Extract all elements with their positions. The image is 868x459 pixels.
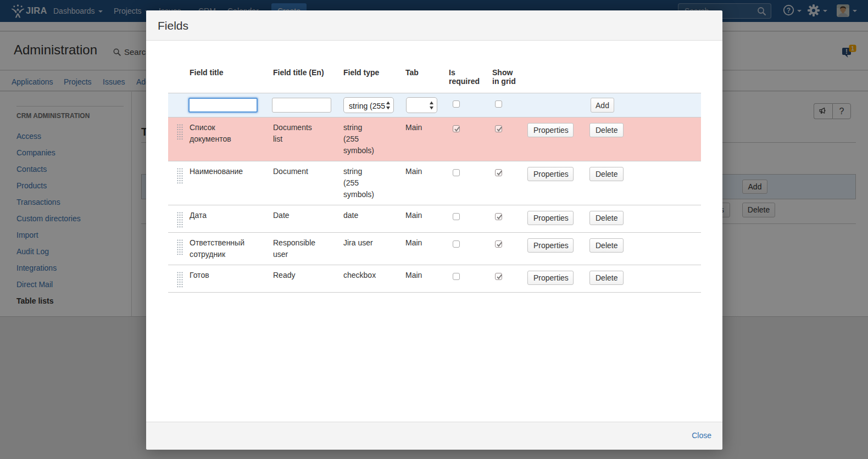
field-title-en-cell: Date: [273, 210, 322, 221]
field-title-cell: Список документов: [190, 122, 251, 145]
show-in-grid-checkbox[interactable]: [495, 125, 502, 132]
properties-button[interactable]: Properties: [527, 238, 574, 253]
dialog-header: Fields: [146, 10, 722, 41]
properties-button[interactable]: Properties: [527, 211, 574, 225]
close-link[interactable]: Close: [692, 431, 711, 440]
col-delete: [580, 68, 701, 93]
field-type-cell: string (255 symbols): [343, 122, 376, 156]
delete-button[interactable]: Delete: [589, 238, 624, 253]
select-arrows-icon: [429, 101, 434, 110]
properties-button[interactable]: Properties: [527, 167, 574, 181]
new-field-title-en-input[interactable]: [272, 98, 331, 113]
check-icon: [496, 169, 503, 177]
field-row: Список документов Documents list string …: [168, 117, 701, 161]
delete-button[interactable]: Delete: [589, 167, 624, 181]
dialog-footer: Close: [146, 422, 722, 450]
field-type-cell: date: [343, 210, 376, 221]
required-checkbox[interactable]: [453, 240, 460, 248]
col-properties: [523, 68, 580, 93]
drag-handle-icon[interactable]: [177, 124, 183, 140]
field-title-cell: Дата: [190, 210, 251, 221]
fields-table-head: Field title Field title (En) Field type …: [168, 68, 701, 93]
dialog-body: Field title Field title (En) Field type …: [146, 41, 722, 422]
show-in-grid-checkbox[interactable]: [495, 273, 502, 280]
new-field-tab-select[interactable]: [406, 97, 437, 113]
required-checkbox[interactable]: [453, 125, 460, 132]
field-type-cell: string (255 symbols): [343, 166, 376, 200]
type-select-value: string (255: [349, 100, 385, 112]
show-in-grid-checkbox[interactable]: [495, 213, 502, 220]
field-tab-cell: Main: [405, 166, 444, 177]
dialog-title: Fields: [158, 19, 188, 32]
delete-button[interactable]: Delete: [589, 211, 624, 225]
col-field-title-en: Field title (En): [269, 68, 339, 93]
check-icon: [496, 213, 503, 221]
add-field-button[interactable]: Add: [591, 98, 614, 113]
drag-handle-icon[interactable]: [177, 212, 183, 228]
field-row: Наименование Document string (255 symbol…: [168, 161, 701, 205]
field-title-cell: Готов: [190, 270, 251, 281]
check-icon: [496, 125, 503, 133]
fields-table: Field title Field title (En) Field type …: [168, 68, 701, 293]
col-show-in-grid: Show in grid: [488, 68, 523, 93]
field-tab-cell: Main: [405, 237, 444, 249]
check-icon: [496, 240, 503, 248]
field-title-en-cell: Documents list: [273, 122, 322, 145]
drag-handle-icon[interactable]: [177, 239, 183, 255]
delete-button[interactable]: Delete: [589, 123, 624, 137]
fields-table-body: string (255 Add Список документов Docume…: [168, 93, 701, 293]
new-field-grid-checkbox[interactable]: [495, 100, 502, 108]
stage: JIRA Create Search ?: [0, 0, 868, 459]
required-checkbox[interactable]: [453, 213, 460, 220]
properties-button[interactable]: Properties: [527, 271, 574, 285]
show-in-grid-checkbox[interactable]: [495, 169, 502, 176]
check-icon: [453, 125, 461, 133]
field-tab-cell: Main: [405, 122, 444, 133]
new-field-row: string (255 Add: [168, 93, 701, 117]
check-icon: [496, 273, 503, 281]
field-title-en-cell: Responsible user: [273, 237, 322, 260]
col-is-required: Is required: [444, 68, 488, 93]
field-tab-cell: Main: [405, 270, 444, 281]
new-field-type-select[interactable]: string (255: [343, 97, 394, 113]
properties-button[interactable]: Properties: [527, 123, 574, 137]
drag-handle-icon[interactable]: [177, 272, 183, 288]
col-field-title: Field title: [185, 68, 269, 93]
new-field-title-input[interactable]: [188, 98, 258, 113]
col-field-type: Field type: [339, 68, 401, 93]
col-drag-handle: [168, 68, 185, 93]
field-title-cell: Наименование: [190, 166, 251, 177]
col-label: Is required: [449, 68, 481, 86]
required-checkbox[interactable]: [453, 273, 460, 280]
col-tab: Tab: [401, 68, 444, 93]
drag-handle-icon[interactable]: [177, 168, 183, 184]
field-tab-cell: Main: [405, 210, 444, 221]
field-title-en-cell: Document: [273, 166, 322, 177]
field-title-cell: Ответственный сотрудник: [190, 237, 251, 260]
select-arrows-icon: [386, 101, 391, 110]
field-row: Готов Ready checkbox Main Properties Del…: [168, 265, 701, 293]
fields-dialog: Fields Field title Field title (En) Fiel…: [146, 10, 722, 450]
delete-button[interactable]: Delete: [589, 271, 624, 285]
show-in-grid-checkbox[interactable]: [495, 240, 502, 248]
field-type-cell: checkbox: [343, 270, 376, 281]
field-type-cell: Jira user: [343, 237, 376, 249]
field-title-en-cell: Ready: [273, 270, 322, 281]
col-label: Show in grid: [492, 68, 518, 86]
field-row: Ответственный сотрудник Responsible user…: [168, 233, 701, 265]
new-field-required-checkbox[interactable]: [453, 100, 460, 108]
header-row: Field title Field title (En) Field type …: [168, 68, 701, 93]
required-checkbox[interactable]: [453, 169, 460, 176]
field-row: Дата Date date Main Properties Delete: [168, 205, 701, 233]
